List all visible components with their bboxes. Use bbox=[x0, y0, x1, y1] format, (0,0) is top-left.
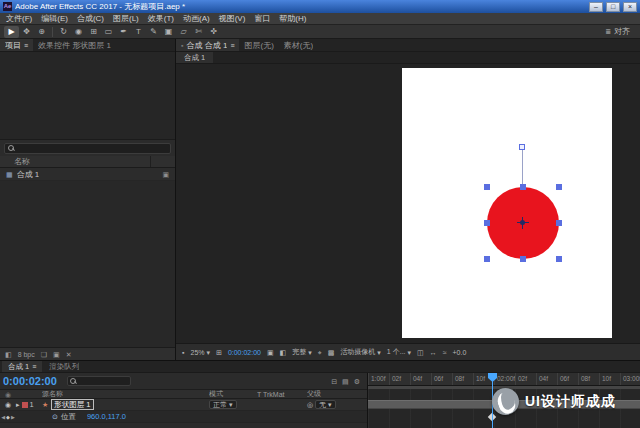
new-folder-icon[interactable]: ❏ bbox=[41, 351, 47, 358]
pen-tool-icon[interactable]: ✒ bbox=[116, 26, 131, 38]
selection-handle-top-left[interactable] bbox=[484, 184, 490, 190]
tab-project[interactable]: 项目 ≡ bbox=[0, 39, 33, 51]
tab-composition[interactable]: ▪ 合成 合成 1 ≡ bbox=[176, 39, 239, 51]
selection-handle-bottom-center[interactable] bbox=[520, 256, 526, 262]
fast-previews-icon[interactable]: ≈ bbox=[443, 349, 447, 356]
pickwhip-icon[interactable]: ◎ bbox=[307, 401, 313, 408]
mode-column-header[interactable]: 模式 bbox=[209, 389, 257, 399]
project-item-comp1[interactable]: ▦ 合成 1 ▣ bbox=[0, 168, 175, 181]
minimize-button[interactable]: – bbox=[589, 2, 603, 12]
roto-brush-tool-icon[interactable]: ✄ bbox=[191, 26, 206, 38]
property-name[interactable]: 位置 bbox=[61, 412, 76, 422]
draft3d-icon[interactable]: ▤ bbox=[342, 378, 349, 385]
project-list-header[interactable]: 名称 bbox=[0, 156, 175, 168]
blend-mode-dropdown[interactable]: 正常 ▾ bbox=[209, 400, 237, 409]
path-end-handle[interactable] bbox=[519, 144, 525, 150]
tab-render-queue[interactable]: 渲染队列 bbox=[43, 361, 85, 372]
settings-gear-icon[interactable]: ⚙ bbox=[354, 378, 360, 385]
keyframe-toggle-icon[interactable]: ◆ bbox=[6, 414, 10, 420]
panel-menu-icon[interactable]: ≡ bbox=[24, 42, 28, 49]
resolution-dropdown[interactable]: 完整 ▾ bbox=[292, 347, 312, 357]
exposure-value[interactable]: +0.0 bbox=[453, 349, 467, 356]
watermark: UI设计师成成 bbox=[492, 388, 616, 415]
trkmat-column-header[interactable]: T TrkMat bbox=[257, 391, 307, 398]
layer-visibility-toggle[interactable]: ◉ bbox=[5, 401, 11, 408]
tab-layer[interactable]: 图层(无) bbox=[239, 39, 278, 51]
menu-item-help[interactable]: 帮助(H) bbox=[279, 13, 306, 24]
position-property-row[interactable]: ◀ ◆ ▶ ⊙ 位置 960.0,117.0 bbox=[0, 411, 367, 423]
transparency-grid-icon[interactable]: ▩ bbox=[328, 349, 335, 356]
puppet-tool-icon[interactable]: ✜ bbox=[206, 26, 221, 38]
channels-icon[interactable]: ◧ bbox=[280, 349, 287, 356]
keyframe-prev-icon[interactable]: ◀ bbox=[1, 414, 5, 420]
menu-item-view[interactable]: 视图(V) bbox=[219, 13, 246, 24]
tab-footage[interactable]: 素材(无) bbox=[279, 39, 318, 51]
property-value[interactable]: 960.0,117.0 bbox=[87, 412, 126, 421]
menu-item-animation[interactable]: 动画(A) bbox=[183, 13, 210, 24]
selection-handle-bottom-left[interactable] bbox=[484, 256, 490, 262]
preview-time-display[interactable]: 0:00:02:00 bbox=[228, 349, 261, 356]
maximize-button[interactable]: □ bbox=[606, 2, 620, 12]
project-search-input[interactable] bbox=[4, 143, 171, 154]
pixel-aspect-icon[interactable]: ↔ bbox=[430, 349, 437, 356]
camera-tool-icon[interactable]: ◉ bbox=[71, 26, 86, 38]
new-composition-icon[interactable]: ▣ bbox=[53, 351, 60, 358]
delete-icon[interactable]: ✕ bbox=[66, 351, 72, 358]
grid-options-icon[interactable]: ⊞ bbox=[216, 349, 222, 356]
selection-handle-bottom-right[interactable] bbox=[556, 256, 562, 262]
timeline-search-input[interactable] bbox=[67, 376, 131, 386]
layer-row[interactable]: ◉ ▸ 1 ★ 形状图层 1 正常 ▾ bbox=[0, 399, 367, 411]
current-time-display[interactable]: 0:00:02:00 bbox=[3, 375, 63, 387]
selection-handle-mid-right[interactable] bbox=[556, 220, 562, 226]
camera-dropdown[interactable]: 活动摄像机 ▾ bbox=[340, 347, 381, 357]
zoom-tool-icon[interactable]: ⊕ bbox=[34, 26, 49, 38]
parent-column-header[interactable]: 父级 bbox=[307, 389, 367, 399]
layer-name[interactable]: 形状图层 1 bbox=[51, 399, 93, 410]
rotation-tool-icon[interactable]: ↻ bbox=[56, 26, 71, 38]
clone-stamp-tool-icon[interactable]: ▣ bbox=[161, 26, 176, 38]
stopwatch-icon[interactable]: ⊙ bbox=[52, 413, 58, 420]
type-tool-icon[interactable]: T bbox=[131, 26, 146, 38]
keyframe-next-icon[interactable]: ▶ bbox=[11, 414, 15, 420]
shape-tool-icon[interactable]: ▭ bbox=[101, 26, 116, 38]
panel-menu-icon[interactable]: ≡ bbox=[230, 42, 234, 49]
menu-item-layer[interactable]: 图层(L) bbox=[113, 13, 139, 24]
always-preview-icon[interactable]: ▪ bbox=[182, 349, 184, 356]
magnification-dropdown[interactable]: 25% ▾ bbox=[190, 349, 210, 356]
pan-behind-tool-icon[interactable]: ⊞ bbox=[86, 26, 101, 38]
panel-lock-icon[interactable]: ▪ bbox=[181, 42, 183, 49]
menu-item-edit[interactable]: 编辑(E) bbox=[41, 13, 68, 24]
view-layout-dropdown[interactable]: 1 个... ▾ bbox=[387, 347, 411, 357]
hand-tool-icon[interactable]: ✥ bbox=[19, 26, 34, 38]
composition-viewer[interactable] bbox=[176, 64, 640, 343]
brush-tool-icon[interactable]: ✎ bbox=[146, 26, 161, 38]
selection-tool-icon[interactable]: ▶ bbox=[4, 26, 19, 38]
menu-item-composition[interactable]: 合成(C) bbox=[77, 13, 104, 24]
menu-item-effect[interactable]: 效果(T) bbox=[148, 13, 174, 24]
layer-label-chip[interactable] bbox=[22, 402, 28, 408]
menu-item-file[interactable]: 文件(F) bbox=[6, 13, 32, 24]
source-name-column-header[interactable]: 源名称 bbox=[42, 389, 209, 399]
selection-handle-mid-left[interactable] bbox=[484, 220, 490, 226]
snapshot-icon[interactable]: ▣ bbox=[267, 349, 274, 356]
close-button[interactable]: × bbox=[623, 2, 637, 12]
selection-handle-top-center[interactable] bbox=[520, 184, 526, 190]
layer-twirl-icon[interactable]: ▸ bbox=[16, 401, 20, 408]
anchor-point[interactable] bbox=[517, 217, 529, 229]
viewer-tab-comp1[interactable]: 合成 1 bbox=[176, 52, 213, 63]
selection-handle-top-right[interactable] bbox=[556, 184, 562, 190]
menu-item-window[interactable]: 窗口 bbox=[254, 13, 270, 24]
mini-flowchart-icon[interactable]: ⊟ bbox=[331, 378, 337, 385]
region-of-interest-icon[interactable]: ⌖ bbox=[318, 349, 322, 356]
align-panel-toggle[interactable]: ≣ 对齐 bbox=[605, 26, 636, 37]
tab-timeline-comp1[interactable]: 合成 1 ≡ bbox=[2, 361, 42, 372]
time-ruler[interactable]: 1:00f 02f 04f 06f 08f 10f 02:00f 02f 04f… bbox=[368, 373, 640, 386]
view-layout-icon[interactable]: ◫ bbox=[417, 349, 424, 356]
project-bpc-label[interactable]: 8 bpc bbox=[18, 351, 35, 358]
eraser-tool-icon[interactable]: ▱ bbox=[176, 26, 191, 38]
interpret-footage-icon[interactable]: ◧ bbox=[5, 351, 12, 358]
panel-menu-icon[interactable]: ≡ bbox=[32, 363, 36, 370]
composition-canvas[interactable] bbox=[402, 68, 612, 338]
tab-effect-controls[interactable]: 效果控件 形状图层 1 bbox=[33, 39, 116, 51]
parent-dropdown[interactable]: 无 ▾ bbox=[315, 400, 336, 409]
